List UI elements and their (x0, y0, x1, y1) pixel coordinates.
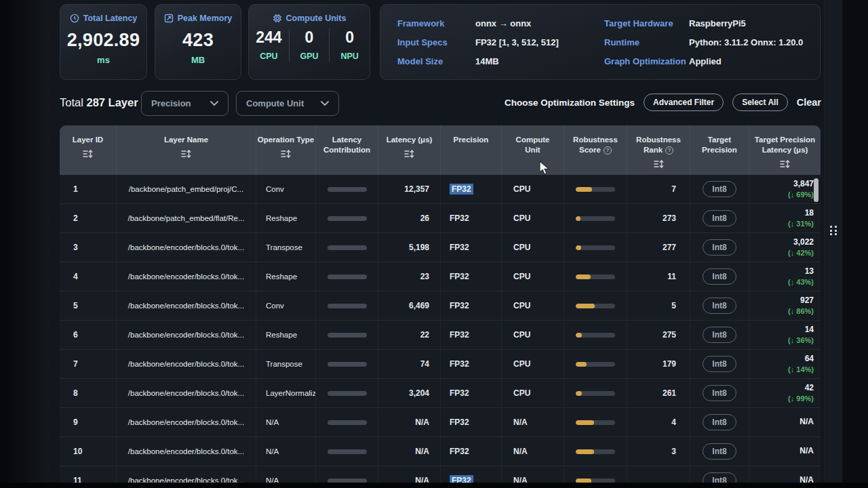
table-row[interactable]: 11/backbone/encoder/blocks.0/tok...N/AN/… (60, 466, 821, 483)
precision-value: FP32 (450, 447, 469, 456)
column-header-target_latency[interactable]: Target Precision Latency (μs) (749, 125, 821, 175)
operation-type: N/A (266, 447, 279, 456)
cell-rank: 261 (627, 379, 690, 407)
table-row[interactable]: 3/backbone/encoder/blocks.0/tok...Transp… (60, 233, 821, 262)
target-precision-button[interactable]: Int8 (703, 414, 736, 430)
robustness-score-fill (576, 333, 582, 338)
cell-score (564, 408, 627, 436)
target-precision-button[interactable]: Int8 (703, 268, 736, 285)
chevron-down-icon (210, 101, 218, 106)
layer-id: 2 (73, 214, 78, 223)
sort-icon[interactable] (181, 150, 191, 158)
cell-compute: N/A (502, 466, 564, 483)
layer-id: 7 (73, 359, 78, 369)
info-field-value: onnx → onnx (475, 18, 604, 28)
cell-name: /backbone/encoder/blocks.0/tok... (117, 233, 256, 262)
info-field-value: Python: 3.11.2 Onnx: 1.20.0 (689, 37, 820, 47)
precision-value: FP32 (450, 214, 469, 223)
cell-score (564, 262, 627, 291)
table-scrollbar-thumb[interactable] (814, 178, 818, 202)
help-icon[interactable]: ? (665, 146, 673, 155)
precision-value: FP32 (450, 388, 469, 398)
operation-type: Reshape (266, 214, 297, 223)
compute-unit-value: 244 (256, 28, 281, 47)
cell-target_latency: 3,847(↓ 69%) (749, 175, 821, 203)
compute-unit-value: N/A (513, 476, 528, 483)
latency-contribution-bar (328, 245, 367, 250)
cell-precision: FP32 (441, 466, 502, 483)
sort-icon[interactable] (404, 150, 414, 158)
target-precision-button[interactable]: Int8 (703, 472, 736, 483)
target-latency-cell: 18(↓ 31%) (788, 208, 814, 228)
table-row[interactable]: 8/backbone/encoder/blocks.0/tok...LayerN… (60, 379, 821, 408)
select-all-button[interactable]: Select All (732, 94, 788, 111)
cell-id: 9 (60, 408, 117, 436)
operation-type: Reshape (266, 330, 297, 340)
cell-target_latency: 14(↓ 36%) (749, 321, 821, 349)
robustness-score-bar (576, 274, 615, 279)
operation-type: Transpose (266, 359, 302, 369)
table-row[interactable]: 5/backbone/encoder/blocks.0/tok...Conv6,… (60, 291, 821, 321)
target-latency-cell: 3,847(↓ 69%) (788, 179, 814, 199)
column-header-contrib: Latency Contribution (316, 125, 378, 175)
compute-unit-filter-dropdown[interactable]: Compute Unit (236, 91, 339, 116)
sort-icon[interactable] (780, 160, 790, 168)
column-header-label: Latency Contribution (323, 135, 371, 155)
help-icon[interactable]: ? (604, 146, 612, 155)
target-precision-button[interactable]: Int8 (703, 239, 736, 256)
advanced-filter-button[interactable]: Advanced Filter (644, 94, 724, 111)
precision-value: FP32 (450, 243, 469, 252)
cell-target_latency: N/A (749, 437, 821, 466)
robustness-rank: 7 (671, 184, 676, 194)
clear-button[interactable]: Clear (797, 97, 821, 108)
column-header-latency[interactable]: Latency (μs) (378, 125, 441, 175)
target-precision-button[interactable]: Int8 (703, 298, 736, 314)
column-header-name[interactable]: Layer Name (117, 125, 256, 175)
cell-contrib (316, 233, 378, 262)
cell-target_precision: Int8 (690, 233, 749, 262)
target-precision-button[interactable]: Int8 (703, 181, 736, 197)
target-precision-button[interactable]: Int8 (703, 443, 736, 460)
cell-score (564, 233, 627, 262)
cell-id: 7 (60, 350, 117, 378)
compute-unit-value: CPU (513, 359, 530, 369)
sort-icon[interactable] (83, 150, 93, 158)
right-edge-strip (824, 0, 843, 483)
cell-op: Conv (256, 175, 316, 203)
column-header-id[interactable]: Layer ID (60, 125, 117, 175)
latency-value: 6,469 (409, 301, 429, 310)
precision-filter-dropdown[interactable]: Precision (141, 91, 229, 116)
target-precision-button[interactable]: Int8 (703, 356, 736, 372)
drag-handle-icon[interactable] (830, 226, 838, 236)
sort-icon[interactable] (654, 160, 664, 168)
column-header-rank[interactable]: Robustness Rank? (627, 125, 690, 175)
target-latency-value: N/A (800, 417, 814, 428)
table-row[interactable]: 1/backbone/patch_embed/proj/C...Conv12,3… (60, 175, 821, 204)
total-latency-value: 2,902.89 (67, 30, 140, 51)
cell-target_precision: Int8 (690, 262, 749, 291)
cell-contrib (316, 262, 378, 291)
robustness-rank: 277 (663, 243, 676, 252)
table-row[interactable]: 4/backbone/encoder/blocks.0/tok...Reshap… (60, 262, 821, 291)
sort-icon[interactable] (281, 150, 291, 158)
table-row[interactable]: 9/backbone/encoder/blocks.0/tok...N/AN/A… (60, 408, 821, 437)
latency-value: 5,198 (409, 243, 429, 252)
robustness-score-fill (576, 304, 595, 308)
table-row[interactable]: 6/backbone/encoder/blocks.0/tok...Reshap… (60, 321, 821, 350)
total-latency-header: Total Latency (70, 14, 138, 23)
layer-id: 1 (73, 184, 78, 194)
cell-latency: 74 (378, 350, 441, 378)
cell-target_latency: N/A (749, 408, 821, 436)
cell-precision: FP32 (441, 262, 502, 291)
compute-unit-value: CPU (513, 301, 530, 310)
target-precision-button[interactable]: Int8 (703, 385, 736, 401)
target-precision-button[interactable]: Int8 (703, 210, 736, 226)
column-header-op[interactable]: Operation Type (256, 125, 316, 175)
layer-id: 4 (73, 272, 78, 281)
table-row[interactable]: 10/backbone/encoder/blocks.0/tok...N/AN/… (60, 437, 821, 466)
table-row[interactable]: 2/backbone/patch_embed/flat/Re...Reshape… (60, 204, 821, 233)
cell-op: Reshape (256, 262, 316, 291)
cell-latency: 22 (378, 321, 441, 349)
target-precision-button[interactable]: Int8 (703, 327, 736, 343)
table-row[interactable]: 7/backbone/encoder/blocks.0/tok...Transp… (60, 350, 821, 379)
